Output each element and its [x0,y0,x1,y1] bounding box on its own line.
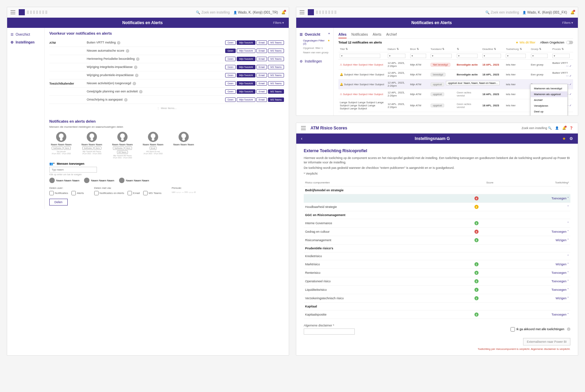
chevron-down-icon[interactable]: ˅ [567,313,569,316]
pref-chip[interactable]: Email [256,65,267,69]
sidebar-item-instellingen[interactable]: ⚙ Instellingen [296,57,333,65]
sidebar-item-overzicht[interactable]: ☰ Overzicht ˄ [296,31,333,38]
info-icon[interactable]: i [136,57,139,61]
info-icon[interactable]: i [126,49,129,53]
col-header[interactable]: Proces ⇅ [551,46,573,52]
toelichting-action[interactable]: Wizigen [555,238,566,242]
pref-chip[interactable]: Email [256,89,267,94]
ctx-item[interactable]: Archief [531,97,567,103]
clear-filter[interactable]: ★ Wis dit filter [516,41,535,44]
chevron-down-icon[interactable]: ˅ [567,205,569,209]
chevron-down-icon[interactable]: ˅ [567,254,569,258]
pref-chip[interactable]: Mijn Toezicht [237,81,255,86]
column-filter[interactable] [552,54,570,58]
share-via-option[interactable]: MS Teams [143,191,162,195]
pref-chip[interactable]: MS Teams [268,81,284,86]
ctx-item[interactable]: Markeren als opgelost [531,91,567,97]
externalize-button[interactable]: Externaliseren naar Power BI [523,338,570,345]
chevron-down-icon[interactable]: ˅ [567,221,569,225]
col-header[interactable]: Groep ⇅ [530,46,551,52]
pref-chip[interactable]: Geen [225,49,236,53]
column-filter[interactable] [482,54,501,58]
saved-filter-item[interactable]: Opgelost: filter 1 [296,46,333,50]
pref-chip[interactable]: MS Teams [268,57,284,61]
tab-notificaties[interactable]: Notificaties [351,31,368,38]
col-header[interactable]: Toestand ⇅ [429,46,455,52]
tab-alerts[interactable]: Alerts [373,31,382,38]
pref-chip[interactable]: MS Teams [268,49,284,53]
toelichting-action[interactable]: Toevoegen [551,313,566,316]
pref-chip[interactable]: Mijn Toezicht [237,49,255,53]
info-icon[interactable]: i [139,90,143,93]
chevron-down-icon[interactable]: ˅ [567,230,569,233]
share-via-option[interactable]: Notificaties en Alerts [94,191,124,195]
row-title[interactable]: ⚠ Subject Hier Subject Hier Subject [338,89,386,99]
filters-button[interactable]: Filters ▾ [273,21,284,24]
toelichting-action[interactable]: Toevoegen [551,288,566,291]
hamburger-icon[interactable] [300,10,304,14]
share-button[interactable]: Delen [49,199,68,206]
pref-chip[interactable]: Geen [225,57,236,61]
column-filter[interactable] [531,54,548,58]
pref-chip[interactable]: Email [256,49,267,53]
pref-chip[interactable]: Email [256,81,267,86]
chevron-down-icon[interactable]: ˅ [567,280,569,283]
user-label[interactable]: Wado, K. (Kenji) (001_TR) [233,11,278,14]
ctx-item[interactable]: Verwijderen [531,103,567,109]
avatar[interactable] [117,132,128,142]
user-label[interactable]: Wado, K. (Kenji) (001_FX) [522,11,567,14]
search-input[interactable]: Zoek een instelling 🔍 [521,126,552,130]
pref-chip[interactable]: Mijn Toezicht [237,73,255,77]
saved-filter-item[interactable]: Naam van een groep [296,50,333,55]
notifications-icon[interactable]: 🔔 [562,126,566,130]
chevron-down-icon[interactable]: ˅ [567,288,569,291]
search-input[interactable]: 🔍Zoek een instelling [485,11,519,14]
ctx-item[interactable]: Markeren als bevestigd [531,86,567,91]
info-icon[interactable]: i [135,74,138,77]
col-header[interactable]: Toebehorg ⇅ [504,46,529,52]
favorite-icon[interactable]: ★ [562,136,566,141]
hamburger-icon[interactable] [11,10,15,14]
col-header[interactable]: Bron ⇅ [409,46,429,52]
search-input[interactable]: 🔍Zoek een instelling [196,11,230,14]
name-input[interactable] [49,167,97,173]
col-header[interactable]: Datum ⇅ [386,46,409,52]
info-icon[interactable]: i [133,82,136,85]
pref-chip[interactable]: Geen [225,40,236,45]
pref-chip[interactable]: Email [256,57,267,61]
row-title[interactable]: ⚠ Subject Hier Subject Hier Subject [338,60,386,70]
share-over-option[interactable]: Alerts [71,191,84,195]
col-header[interactable]: ⇅ [455,46,481,52]
column-filter[interactable] [506,54,526,58]
pref-chip[interactable]: MS Teams [268,97,284,102]
context-menu[interactable]: Markeren als bevestigdMarkeren als opgel… [530,84,568,116]
row-menu-icon[interactable]: ⋯ ✓ [566,74,572,77]
pref-chip[interactable]: MS Teams [268,40,284,45]
sidebar-item-instellingen[interactable]: ⚙ Instellingen [7,38,44,46]
row-menu-icon[interactable]: ⋯ ✓ [566,65,572,68]
pref-chip[interactable]: Email [256,40,267,45]
pref-chip[interactable]: Geen [225,73,236,77]
toelichting-action[interactable]: Toevoegen [551,280,566,283]
pref-chip[interactable]: Mijn Toezicht [237,40,255,45]
pref-chip[interactable]: Email [256,73,267,77]
pref-chip[interactable]: Geen [225,81,236,86]
col-header[interactable]: Deadline ⇅ [481,46,504,52]
hamburger-icon[interactable] [301,126,306,130]
pref-chip[interactable]: Email [256,97,267,102]
chevron-down-icon[interactable]: ˅ [567,271,569,274]
pref-chip[interactable]: Mijn Toezicht [237,57,255,61]
toelichting-action[interactable]: Wizigen [555,263,566,266]
info-icon[interactable]: i [567,327,570,331]
column-filter[interactable] [431,54,452,58]
share-over-option[interactable]: Notificaties [49,191,68,195]
pref-chip[interactable]: Mijn Toezicht [237,89,255,94]
chevron-down-icon[interactable]: ˅ [567,297,569,300]
column-filter[interactable] [340,54,380,58]
ctx-item[interactable]: Deel op [531,109,567,114]
avatar[interactable] [87,132,97,142]
disclaimer-select[interactable] [304,328,355,335]
avatar[interactable] [56,132,66,142]
accept-checkbox[interactable] [511,327,515,332]
pref-chip[interactable]: Geen [225,97,236,102]
